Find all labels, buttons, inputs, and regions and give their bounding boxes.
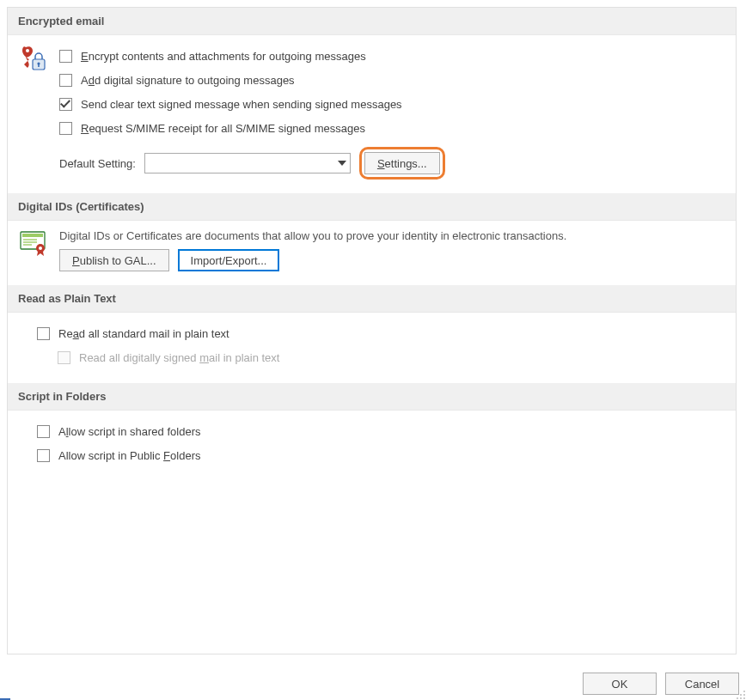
- import-export-button[interactable]: Import/Export...: [178, 249, 280, 271]
- publish-to-gal-button[interactable]: Publish to GAL...: [59, 249, 169, 271]
- checkbox-script-shared[interactable]: Allow script in shared folders: [37, 419, 724, 443]
- checkbox-icon: [59, 74, 72, 87]
- svg-point-11: [743, 691, 745, 692]
- checkbox-add-signature[interactable]: Add digital signature to outgoing messag…: [59, 68, 724, 92]
- ribbon-lock-icon: [20, 44, 47, 75]
- checkbox-label: Add digital signature to outgoing messag…: [81, 74, 295, 87]
- dialog-window: Encrypted email Encrypt contents and att…: [0, 0, 746, 700]
- checkbox-label: Request S/MIME receipt for all S/MIME si…: [81, 122, 365, 135]
- svg-rect-3: [38, 64, 40, 67]
- svg-point-15: [740, 697, 742, 699]
- checkbox-icon: [59, 98, 72, 111]
- checkbox-label: Read all standard mail in plain text: [58, 327, 229, 340]
- checkbox-icon: [59, 122, 72, 135]
- checkbox-request-smime[interactable]: Request S/MIME receipt for all S/MIME si…: [59, 116, 724, 140]
- chevron-down-icon: [338, 161, 346, 166]
- ok-button[interactable]: OK: [583, 673, 657, 695]
- svg-point-13: [743, 694, 745, 696]
- section-header-plain-text: Read as Plain Text: [8, 285, 736, 313]
- settings-button[interactable]: Settings...: [364, 152, 440, 174]
- digital-ids-description: Digital IDs or Certificates are document…: [59, 229, 724, 242]
- checkbox-icon: [37, 327, 50, 340]
- checkbox-read-signed-plain: Read all digitally signed mail in plain …: [58, 345, 724, 369]
- resize-grip-icon[interactable]: [734, 688, 746, 700]
- svg-point-12: [740, 694, 742, 696]
- checkbox-send-clear-text[interactable]: Send clear text signed message when send…: [59, 92, 724, 116]
- checkbox-label: Allow script in Public Folders: [58, 449, 200, 462]
- default-setting-label: Default Setting:: [59, 157, 136, 170]
- checkbox-label: Send clear text signed message when send…: [81, 98, 402, 111]
- checkbox-icon: [37, 425, 50, 438]
- svg-point-0: [26, 49, 29, 52]
- checkbox-icon: [58, 351, 70, 364]
- svg-point-10: [39, 247, 42, 250]
- settings-highlight: Settings...: [359, 147, 445, 180]
- content-panel: Encrypted email Encrypt contents and att…: [7, 7, 737, 654]
- dialog-footer: OK Cancel: [583, 673, 739, 695]
- cancel-button[interactable]: Cancel: [665, 673, 739, 695]
- checkbox-label: Read all digitally signed mail in plain …: [79, 351, 279, 364]
- svg-point-14: [737, 697, 738, 699]
- checkbox-label: Allow script in shared folders: [58, 425, 200, 438]
- section-header-script: Script in Folders: [8, 383, 736, 411]
- svg-point-16: [743, 697, 745, 699]
- checkbox-read-plain[interactable]: Read all standard mail in plain text: [37, 321, 724, 345]
- section-header-encrypted: Encrypted email: [8, 8, 736, 35]
- checkbox-script-public[interactable]: Allow script in Public Folders: [37, 443, 724, 467]
- checkbox-icon: [59, 50, 72, 63]
- certificate-icon: [20, 229, 47, 257]
- default-setting-combo[interactable]: [144, 153, 351, 173]
- section-header-digital-ids: Digital IDs (Certificates): [8, 193, 736, 221]
- checkbox-icon: [37, 449, 50, 462]
- checkbox-label: Encrypt contents and attachments for out…: [81, 50, 366, 63]
- svg-rect-5: [22, 234, 43, 237]
- checkbox-encrypt-contents[interactable]: Encrypt contents and attachments for out…: [59, 44, 724, 68]
